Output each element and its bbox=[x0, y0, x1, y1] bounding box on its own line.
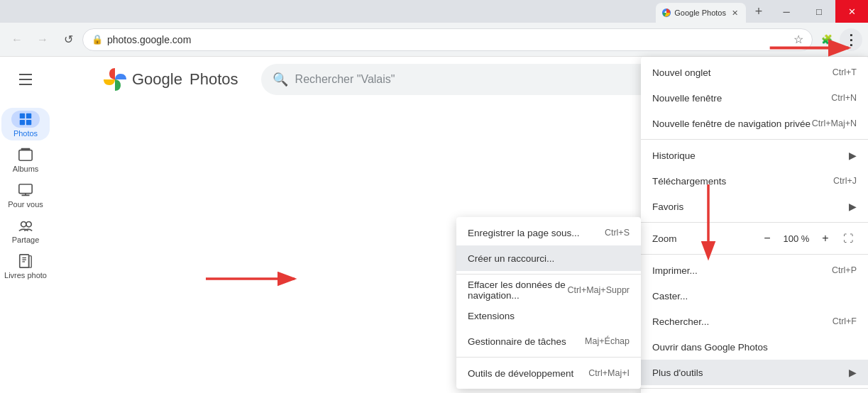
sidebar-livres-photo-label: Livres photo bbox=[4, 271, 47, 279]
svg-point-13 bbox=[21, 222, 26, 227]
partage-icon-wrap bbox=[11, 217, 40, 234]
tab-title: Google Photos bbox=[674, 9, 726, 17]
tab-close-button[interactable]: ✕ bbox=[729, 7, 740, 18]
google-photos-logo: Google Photos bbox=[102, 67, 238, 92]
menu-nav-privee[interactable]: Nouvelle fenêtre de navigation privée Ct… bbox=[641, 111, 868, 136]
submenu-extensions[interactable]: Extensions bbox=[456, 303, 641, 328]
svg-rect-15 bbox=[20, 255, 29, 267]
sidebar: Photos Albums Pour vous bbox=[0, 102, 51, 393]
sidebar-pour-vous-label: Pour vous bbox=[8, 200, 43, 209]
search-placeholder: Rechercher "Valais" bbox=[295, 73, 395, 86]
red-arrow-down bbox=[687, 177, 730, 262]
submenu-effacer-donnees[interactable]: Effacer les données de navigation... Ctr… bbox=[456, 277, 641, 303]
sidebar-hamburger[interactable] bbox=[0, 65, 51, 94]
svg-point-14 bbox=[26, 222, 31, 227]
menu-caster[interactable]: Caster... bbox=[641, 283, 868, 309]
sidebar-albums-label: Albums bbox=[13, 165, 39, 173]
title-bar: Google Photos ✕ + ─ □ ✕ bbox=[0, 0, 868, 23]
zoom-expand-button[interactable]: ⛶ bbox=[840, 230, 857, 247]
window-controls: ─ □ ✕ bbox=[770, 0, 868, 23]
sidebar-item-partage[interactable]: Partage bbox=[1, 214, 50, 247]
sidebar-item-pour-vous[interactable]: Pour vous bbox=[1, 179, 50, 211]
lock-icon: 🔒 bbox=[92, 34, 103, 45]
maximize-button[interactable]: □ bbox=[803, 0, 835, 23]
google-photos-text: Google Photos bbox=[132, 70, 238, 89]
zoom-minus-button[interactable]: − bbox=[759, 230, 776, 247]
menu-favoris[interactable]: Favoris ▶ bbox=[641, 194, 868, 219]
menu-divider-3 bbox=[641, 254, 868, 255]
albums-icon bbox=[18, 147, 33, 162]
submenu-enregistrer-page[interactable]: Enregistrer la page sous... Ctrl+S bbox=[456, 220, 641, 245]
minimize-button[interactable]: ─ bbox=[770, 0, 803, 23]
svg-rect-4 bbox=[20, 114, 25, 118]
url-text: photos.google.com bbox=[107, 34, 789, 45]
menu-nouvelle-fenetre[interactable]: Nouvelle fenêtre Ctrl+N bbox=[641, 85, 868, 111]
nav-bar: ← → ↺ 🔒 photos.google.com ☆ 🧩 ⋮ bbox=[0, 23, 868, 57]
submenu-divider-1 bbox=[456, 274, 641, 275]
svg-rect-19 bbox=[29, 256, 32, 268]
photos-icon bbox=[18, 111, 33, 127]
zoom-label: Zoom bbox=[652, 233, 677, 244]
menu-divider-1 bbox=[641, 139, 868, 140]
livres-photo-icon bbox=[18, 253, 33, 269]
svg-rect-9 bbox=[21, 148, 31, 150]
menu-telechargements[interactable]: Téléchargements Ctrl+J bbox=[641, 168, 868, 194]
mini-tab-area: Google Photos ✕ + bbox=[656, 0, 769, 23]
partage-icon bbox=[18, 218, 33, 233]
active-tab[interactable]: Google Photos ✕ bbox=[656, 3, 746, 23]
albums-icon-wrap bbox=[11, 146, 40, 163]
submenu-creer-raccourci[interactable]: Créer un raccourci... bbox=[456, 245, 641, 271]
zoom-value: 100 % bbox=[781, 233, 811, 244]
photos-icon-wrap bbox=[11, 111, 40, 128]
tab-favicon bbox=[661, 8, 671, 18]
menu-ouvrir-google-photos[interactable]: Ouvrir dans Google Photos bbox=[641, 334, 868, 360]
submenu-outils-dev[interactable]: Outils de développement Ctrl+Maj+I bbox=[456, 360, 641, 386]
pour-vous-icon-wrap bbox=[11, 182, 40, 199]
zoom-controls: − 100 % + ⛶ bbox=[759, 230, 857, 247]
pour-vous-icon bbox=[18, 182, 33, 198]
forward-button[interactable]: → bbox=[31, 28, 54, 51]
zoom-plus-button[interactable]: + bbox=[817, 230, 834, 247]
sidebar-item-livres-photo[interactable]: Livres photo bbox=[1, 250, 50, 282]
search-container[interactable]: 🔍 Rechercher "Valais" bbox=[261, 64, 659, 95]
red-arrow-submenu bbox=[199, 268, 305, 289]
svg-rect-5 bbox=[26, 114, 31, 118]
search-icon: 🔍 bbox=[273, 72, 288, 87]
address-bar[interactable]: 🔒 photos.google.com ☆ bbox=[82, 28, 813, 51]
new-tab-button[interactable]: + bbox=[749, 1, 769, 21]
menu-historique[interactable]: Historique ▶ bbox=[641, 143, 868, 168]
svg-rect-10 bbox=[19, 184, 32, 194]
red-arrow-right bbox=[762, 35, 861, 60]
svg-rect-7 bbox=[26, 120, 31, 125]
livres-photo-icon-wrap bbox=[11, 253, 40, 270]
menu-plus-outils[interactable]: Plus d'outils ▶ bbox=[641, 360, 868, 385]
menu-nouvel-onglet[interactable]: Nouvel onglet Ctrl+T bbox=[641, 60, 868, 85]
chrome-dropdown-menu: Nouvel onglet Ctrl+T Nouvelle fenêtre Ct… bbox=[641, 57, 868, 393]
menu-zoom-row[interactable]: Zoom − 100 % + ⛶ bbox=[641, 226, 868, 251]
menu-divider-4 bbox=[641, 388, 868, 389]
svg-rect-6 bbox=[20, 120, 25, 125]
menu-imprimer[interactable]: Imprimer... Ctrl+P bbox=[641, 258, 868, 283]
submenu-gestionnaire-taches[interactable]: Gestionnaire de tâches Maj+Échap bbox=[456, 328, 641, 354]
submenu-plus-outils: Enregistrer la page sous... Ctrl+S Créer… bbox=[456, 217, 641, 389]
submenu-divider-2 bbox=[456, 357, 641, 358]
sidebar-item-albums[interactable]: Albums bbox=[1, 143, 50, 176]
pinwheel-logo bbox=[102, 67, 128, 92]
refresh-button[interactable]: ↺ bbox=[57, 28, 79, 51]
menu-divider-2 bbox=[641, 222, 868, 223]
sidebar-item-photos[interactable]: Photos bbox=[1, 108, 50, 140]
browser-frame: Google Photos ✕ + ─ □ ✕ ← → ↺ 🔒 photos.g… bbox=[0, 0, 868, 393]
close-button[interactable]: ✕ bbox=[835, 0, 868, 23]
sidebar-partage-label: Partage bbox=[12, 236, 40, 244]
menu-rechercher[interactable]: Rechercher... Ctrl+F bbox=[641, 309, 868, 334]
search-input-wrap[interactable]: 🔍 Rechercher "Valais" bbox=[261, 64, 659, 95]
back-button[interactable]: ← bbox=[6, 28, 28, 51]
sidebar-photos-label: Photos bbox=[13, 129, 38, 138]
svg-rect-8 bbox=[19, 150, 32, 161]
